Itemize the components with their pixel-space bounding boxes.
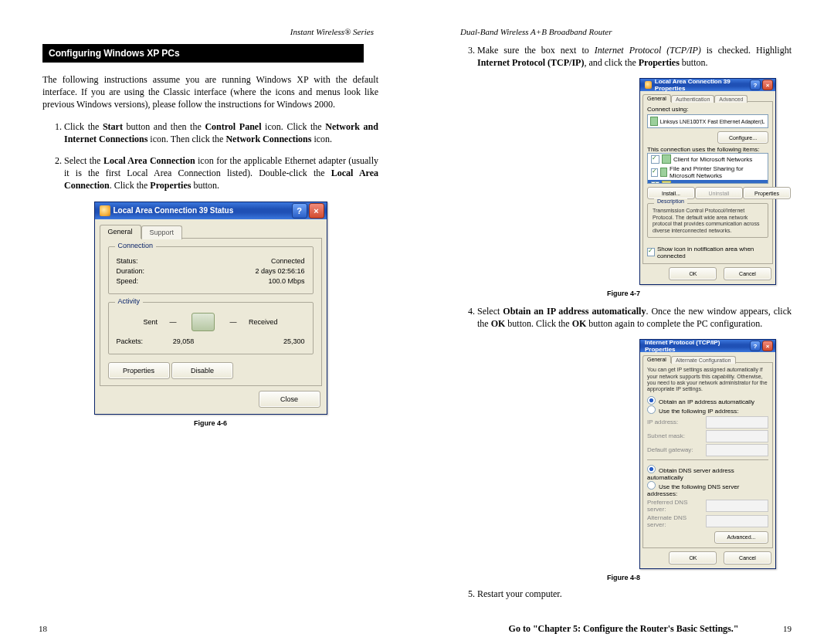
radio-obtain-ip[interactable]: Obtain an IP address automatically (647, 396, 768, 405)
tab-alternate[interactable]: Alternate Configuration (671, 356, 736, 364)
help-button[interactable]: ? (750, 341, 761, 351)
figure-4-7-caption: Figure 4-7 (456, 290, 792, 297)
intro-paragraph: The following instructions assume you ar… (42, 73, 378, 111)
page-header-right: Dual-Band Wireless A+B Broadband Router (456, 27, 792, 36)
radio-use-ip[interactable]: Use the following IP address: (647, 405, 768, 415)
tab-general[interactable]: General (642, 94, 671, 102)
advanced-button[interactable]: Advanced... (714, 531, 768, 544)
list-item-tcpip[interactable]: Internet Protocol (TCP/IP) (648, 180, 768, 184)
list-item[interactable]: Client for Microsoft Networks (648, 154, 768, 164)
network-icon (100, 205, 110, 216)
figure-4-6-caption: Figure 4-6 (42, 419, 378, 427)
preferred-dns-field (706, 500, 768, 512)
tcpip-properties-dialog: Internet Protocol (TCP/IP) Properties ? … (639, 339, 776, 569)
section-heading: Configuring Windows XP PCs (42, 44, 364, 63)
tab-authentication[interactable]: Authentication (671, 95, 714, 103)
ok-button[interactable]: OK (669, 551, 717, 564)
step-1: Click the Start button and then the Cont… (64, 120, 378, 145)
close-dialog-button[interactable]: Close (259, 391, 320, 408)
help-button[interactable]: ? (750, 80, 761, 90)
install-button[interactable]: Install... (647, 187, 695, 199)
step-2: Select the Local Area Connection icon fo… (64, 154, 378, 192)
close-button[interactable]: × (309, 203, 324, 219)
tab-advanced[interactable]: Advanced (714, 95, 748, 103)
page-number: 18 (39, 624, 47, 633)
status-dialog: Local Area Connection 39 Status ? × Gene… (94, 202, 327, 415)
group-connection: Connection (115, 242, 157, 249)
tab-general[interactable]: General (100, 225, 141, 239)
network-icon (645, 81, 652, 89)
dialog-title: Local Area Connection 39 Status (114, 206, 234, 215)
cancel-button[interactable]: Cancel (724, 551, 771, 564)
page-number: 19 (783, 624, 792, 633)
list-item[interactable]: File and Printer Sharing for Microsoft N… (648, 164, 768, 180)
close-button[interactable]: × (762, 80, 773, 90)
help-button[interactable]: ? (292, 203, 307, 219)
page-header-left: Instant Wireless® Series (42, 27, 378, 36)
tab-support[interactable]: Support (141, 225, 183, 239)
show-icon-checkbox[interactable]: Show icon in notification area when conn… (647, 246, 768, 259)
step-5: Restart your computer. (477, 588, 792, 600)
cancel-button[interactable]: Cancel (724, 267, 771, 280)
group-activity: Activity (115, 297, 144, 305)
properties-button[interactable]: Properties (743, 187, 791, 199)
dialog-title: Local Area Connection 39 Properties (655, 78, 750, 92)
gateway-field (706, 444, 768, 456)
computer-icon (192, 313, 215, 331)
close-button[interactable]: × (762, 341, 773, 351)
subnet-mask-field (706, 430, 768, 442)
properties-dialog: Local Area Connection 39 Properties ? × … (639, 78, 776, 285)
uninstall-button[interactable]: Uninstall (695, 187, 743, 199)
figure-4-8-caption: Figure 4-8 (456, 574, 792, 581)
configure-button[interactable]: Configure... (717, 131, 768, 144)
ip-address-field (706, 416, 768, 429)
properties-button[interactable]: Properties (108, 362, 170, 379)
alternate-dns-field (706, 515, 768, 527)
adapter-icon (650, 117, 658, 126)
radio-obtain-dns[interactable]: Obtain DNS server address automatically (647, 465, 768, 481)
dialog-title: Internet Protocol (TCP/IP) Properties (645, 339, 750, 353)
disable-button[interactable]: Disable (171, 362, 233, 379)
radio-use-dns[interactable]: Use the following DNS server addresses: (647, 481, 768, 497)
ok-button[interactable]: OK (669, 267, 717, 280)
tab-general[interactable]: General (642, 355, 671, 363)
step-3: Make sure the box next to Internet Proto… (477, 44, 792, 69)
step-4: Select Obtain an IP address automaticall… (477, 305, 792, 330)
goto-chapter-5: Go to "Chapter 5: Configure the Router's… (456, 623, 792, 635)
